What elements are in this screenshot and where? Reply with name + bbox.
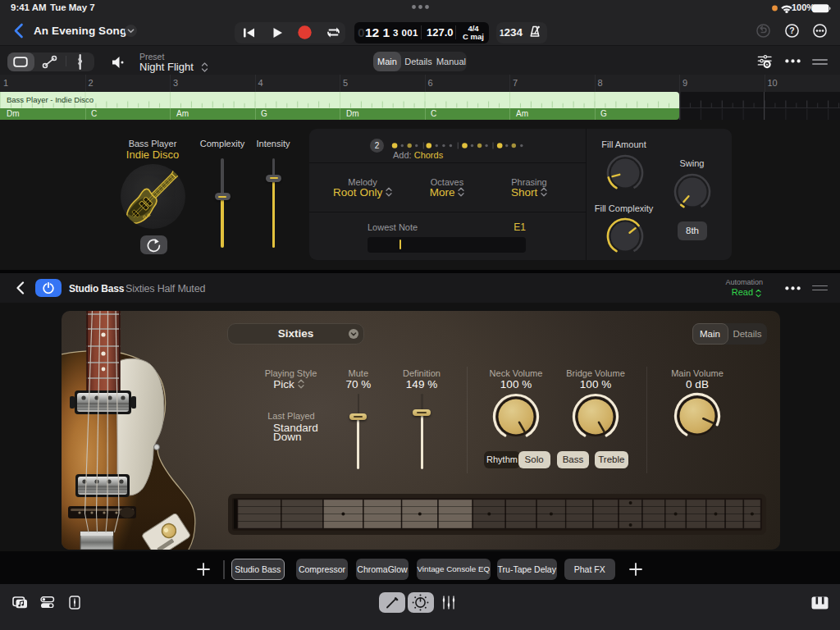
svg-text:?: ?: [789, 25, 794, 35]
